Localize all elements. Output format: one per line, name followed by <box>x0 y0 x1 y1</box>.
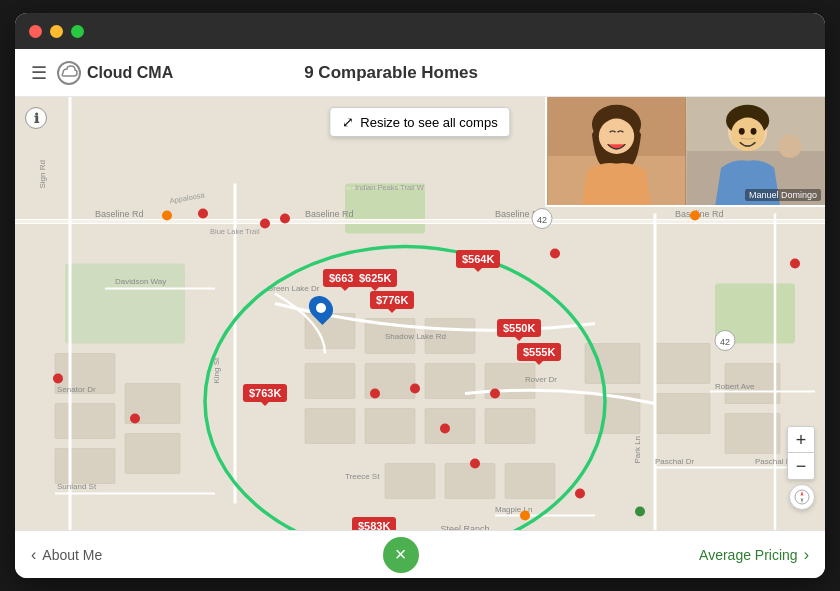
svg-point-98 <box>751 128 757 135</box>
svg-point-78 <box>440 424 450 434</box>
video-person2: Manuel Domingo <box>686 97 825 205</box>
menu-icon[interactable]: ☰ <box>31 62 47 84</box>
zoom-in-button[interactable]: + <box>788 427 814 453</box>
svg-point-79 <box>470 459 480 469</box>
svg-point-71 <box>280 214 290 224</box>
svg-text:Baseline Rd: Baseline Rd <box>305 209 354 219</box>
resize-icon: ⤢ <box>342 114 354 130</box>
svg-rect-28 <box>445 464 495 499</box>
price-label-625k[interactable]: $625K <box>353 269 397 287</box>
title-bar <box>15 13 825 49</box>
minimize-button[interactable] <box>50 25 63 38</box>
browser-window: ☰ Cloud CMA 9 Comparable Homes <box>15 13 825 578</box>
svg-point-69 <box>198 209 208 219</box>
svg-point-93 <box>778 134 802 158</box>
svg-rect-13 <box>305 364 355 399</box>
svg-point-82 <box>162 211 172 221</box>
svg-text:Blue Lake Trail: Blue Lake Trail <box>210 227 260 236</box>
close-circle-button[interactable]: × <box>383 537 419 573</box>
svg-rect-19 <box>425 409 475 444</box>
svg-point-84 <box>690 211 700 221</box>
compass-button[interactable] <box>789 484 815 510</box>
forward-label: Average Pricing <box>699 547 798 563</box>
zoom-out-button[interactable]: − <box>788 453 814 479</box>
price-label-555k[interactable]: $555K <box>517 343 561 361</box>
svg-text:Treece St: Treece St <box>345 472 380 481</box>
price-label-763k[interactable]: $763K <box>243 384 287 402</box>
maximize-button[interactable] <box>71 25 84 38</box>
price-label-564k[interactable]: $564K <box>456 250 500 268</box>
svg-text:Steel Ranch: Steel Ranch <box>440 524 489 531</box>
price-label-583k[interactable]: $583K <box>352 517 396 530</box>
map-pin <box>310 295 332 321</box>
resize-label: Resize to see all comps <box>360 115 497 130</box>
nav-left: ☰ Cloud CMA <box>31 61 173 85</box>
back-nav[interactable]: ‹ About Me <box>31 546 102 564</box>
svg-point-80 <box>575 489 585 499</box>
svg-text:Indian Peaks Trail W: Indian Peaks Trail W <box>355 183 425 192</box>
svg-rect-8 <box>55 449 115 484</box>
svg-rect-26 <box>725 414 780 454</box>
bottom-bar: ‹ About Me × Average Pricing › <box>15 530 825 578</box>
logo-area: Cloud CMA <box>57 61 173 85</box>
svg-point-73 <box>53 374 63 384</box>
map-container[interactable]: Baseline Rd Baseline Rd Baseline Rd Base… <box>15 97 825 530</box>
svg-text:Rover Dr: Rover Dr <box>525 375 557 384</box>
svg-point-97 <box>739 128 745 135</box>
forward-chevron-icon: › <box>804 546 809 564</box>
person2-name: Manuel Domingo <box>745 189 821 201</box>
svg-rect-18 <box>365 409 415 444</box>
svg-rect-27 <box>385 464 435 499</box>
back-chevron-icon: ‹ <box>31 546 36 564</box>
logo-text: Cloud CMA <box>87 64 173 82</box>
back-label: About Me <box>42 547 102 563</box>
info-icon[interactable]: ℹ <box>25 107 47 129</box>
svg-point-72 <box>790 259 800 269</box>
page-title: 9 Comparable Homes <box>304 63 478 83</box>
svg-rect-22 <box>655 344 710 384</box>
svg-text:Shadow Lake Rd: Shadow Lake Rd <box>385 332 446 341</box>
svg-rect-6 <box>55 404 115 439</box>
video-person1 <box>547 97 686 205</box>
svg-text:Sign Rd: Sign Rd <box>38 160 47 188</box>
svg-point-76 <box>410 384 420 394</box>
resize-button[interactable]: ⤢ Resize to see all comps <box>329 107 510 137</box>
svg-text:Park Ln: Park Ln <box>633 436 642 464</box>
main-content: Baseline Rd Baseline Rd Baseline Rd Base… <box>15 97 825 530</box>
svg-point-70 <box>260 219 270 229</box>
svg-point-83 <box>520 511 530 521</box>
svg-point-81 <box>550 249 560 259</box>
nav-bar: ☰ Cloud CMA 9 Comparable Homes <box>15 49 825 97</box>
svg-rect-2 <box>65 264 185 344</box>
svg-text:42: 42 <box>720 337 730 347</box>
svg-rect-29 <box>505 464 555 499</box>
forward-nav[interactable]: Average Pricing › <box>699 546 809 564</box>
svg-text:Robert Ave: Robert Ave <box>715 382 755 391</box>
svg-text:Paschal Dr: Paschal Dr <box>655 457 694 466</box>
svg-text:42: 42 <box>537 215 547 225</box>
price-label-550k[interactable]: $550K <box>497 319 541 337</box>
svg-rect-25 <box>655 394 710 434</box>
logo-icon <box>57 61 81 85</box>
svg-point-75 <box>490 389 500 399</box>
nav-center: 9 Comparable Homes <box>185 63 597 83</box>
price-label-776k[interactable]: $776K <box>370 291 414 309</box>
zoom-controls: + − <box>787 426 815 480</box>
close-icon: × <box>395 543 407 566</box>
svg-point-74 <box>130 414 140 424</box>
svg-text:Sunland St: Sunland St <box>57 482 97 491</box>
close-button[interactable] <box>29 25 42 38</box>
video-overlay: Manuel Domingo <box>545 97 825 207</box>
svg-text:Senator Dr: Senator Dr <box>57 385 96 394</box>
svg-rect-17 <box>305 409 355 444</box>
svg-rect-20 <box>485 409 535 444</box>
svg-point-85 <box>635 507 645 517</box>
svg-rect-9 <box>125 434 180 474</box>
svg-point-77 <box>370 389 380 399</box>
svg-text:Davidson Way: Davidson Way <box>115 277 166 286</box>
svg-text:Baseline Rd: Baseline Rd <box>95 209 144 219</box>
